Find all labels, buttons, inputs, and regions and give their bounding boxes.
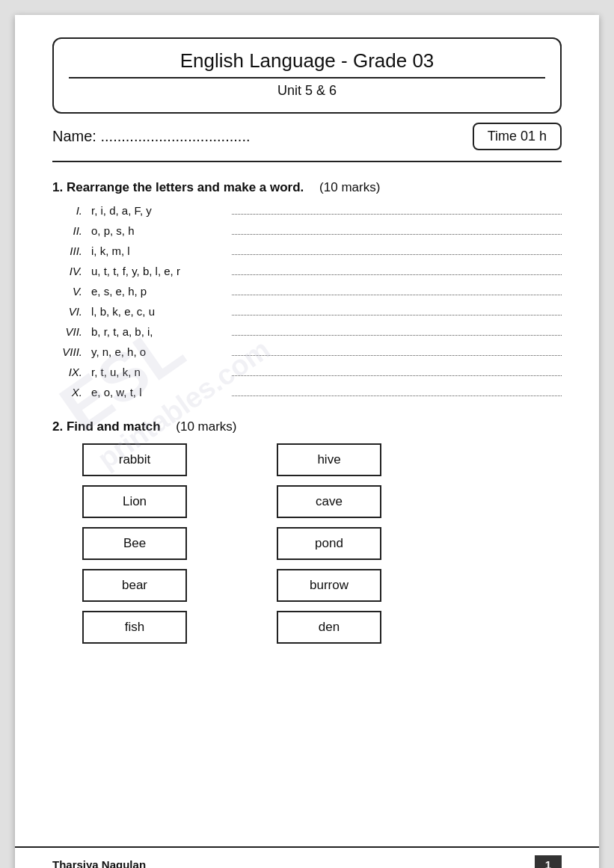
rearrange-list: I. r, i, d, a, F, y II. o, p, s, h III. … xyxy=(52,204,562,398)
left-column: rabbitLionBeebearfish xyxy=(82,443,187,644)
rearrange-item: IV. u, t, t, f, y, b, l, e, r xyxy=(52,265,562,277)
item-letters: r, i, d, a, F, y xyxy=(91,204,226,217)
rearrange-item: V. e, s, e, h, p xyxy=(52,285,562,298)
item-number: VI. xyxy=(52,305,91,318)
answer-line xyxy=(232,325,562,336)
item-letters: i, k, m, l xyxy=(91,244,226,257)
section-2: 2. Find and match (10 marks) rabbitLionB… xyxy=(52,419,562,644)
item-number: III. xyxy=(52,244,91,257)
item-letters: e, o, w, t, l xyxy=(91,386,226,398)
match-box-right: hive xyxy=(277,443,381,476)
answer-line xyxy=(232,366,562,376)
item-number: VIII. xyxy=(52,345,91,358)
rearrange-item: VII. b, r, t, a, b, i, xyxy=(52,325,562,338)
rearrange-item: VI. l, b, k, e, c, u xyxy=(52,305,562,318)
page-title: English Language - Grade 03 xyxy=(69,49,545,73)
rearrange-item: IX. r, t, u, k, n xyxy=(52,366,562,378)
footer-page: 1 xyxy=(535,855,562,868)
item-letters: u, t, t, f, y, b, l, e, r xyxy=(91,265,226,277)
match-box-right: den xyxy=(277,611,381,644)
answer-line xyxy=(232,204,562,215)
unit-label: Unit 5 & 6 xyxy=(69,83,545,99)
item-letters: r, t, u, k, n xyxy=(91,366,226,378)
match-box-left: bear xyxy=(82,569,187,602)
section-2-heading: 2. Find and match (10 marks) xyxy=(52,419,562,434)
name-label: Name: ..................................… xyxy=(52,128,251,145)
item-number: IV. xyxy=(52,265,91,277)
page: ESL printables.com English Language - Gr… xyxy=(15,15,599,868)
item-letters: y, n, e, h, o xyxy=(91,345,226,358)
rearrange-item: X. e, o, w, t, l xyxy=(52,386,562,398)
match-box-right: pond xyxy=(277,527,381,560)
answer-line xyxy=(232,305,562,316)
match-box-left: Bee xyxy=(82,527,187,560)
answer-line xyxy=(232,244,562,255)
match-box-right: cave xyxy=(277,485,381,518)
match-box-right: burrow xyxy=(277,569,381,602)
match-box-left: Lion xyxy=(82,485,187,518)
name-time-row: Name: ..................................… xyxy=(52,120,562,153)
answer-line xyxy=(232,285,562,295)
section-1-heading: 1. Rearrange the letters and make a word… xyxy=(52,180,562,195)
item-number: I. xyxy=(52,204,91,217)
footer: Tharsiya Nagulan 1 xyxy=(15,846,599,868)
item-letters: l, b, k, e, c, u xyxy=(91,305,226,318)
item-number: II. xyxy=(52,224,91,237)
rearrange-item: VIII. y, n, e, h, o xyxy=(52,345,562,358)
answer-line xyxy=(232,386,562,396)
rearrange-item: II. o, p, s, h xyxy=(52,224,562,237)
rearrange-item: III. i, k, m, l xyxy=(52,244,562,257)
right-column: hivecavepondburrowden xyxy=(277,443,381,644)
item-number: VII. xyxy=(52,325,91,338)
match-box-left: fish xyxy=(82,611,187,644)
item-number: IX. xyxy=(52,366,91,378)
time-box: Time 01 h xyxy=(473,123,562,150)
item-letters: e, s, e, h, p xyxy=(91,285,226,298)
title-box: English Language - Grade 03 Unit 5 & 6 xyxy=(52,37,562,114)
item-number: V. xyxy=(52,285,91,298)
rearrange-item: I. r, i, d, a, F, y xyxy=(52,204,562,217)
item-letters: o, p, s, h xyxy=(91,224,226,237)
match-container: rabbitLionBeebearfish hivecavepondburrow… xyxy=(82,443,562,644)
match-box-left: rabbit xyxy=(82,443,187,476)
item-letters: b, r, t, a, b, i, xyxy=(91,325,226,338)
section-1: 1. Rearrange the letters and make a word… xyxy=(52,180,562,398)
answer-line xyxy=(232,224,562,235)
answer-line xyxy=(232,265,562,275)
item-number: X. xyxy=(52,386,91,398)
answer-line xyxy=(232,345,562,356)
footer-author: Tharsiya Nagulan xyxy=(52,858,146,868)
